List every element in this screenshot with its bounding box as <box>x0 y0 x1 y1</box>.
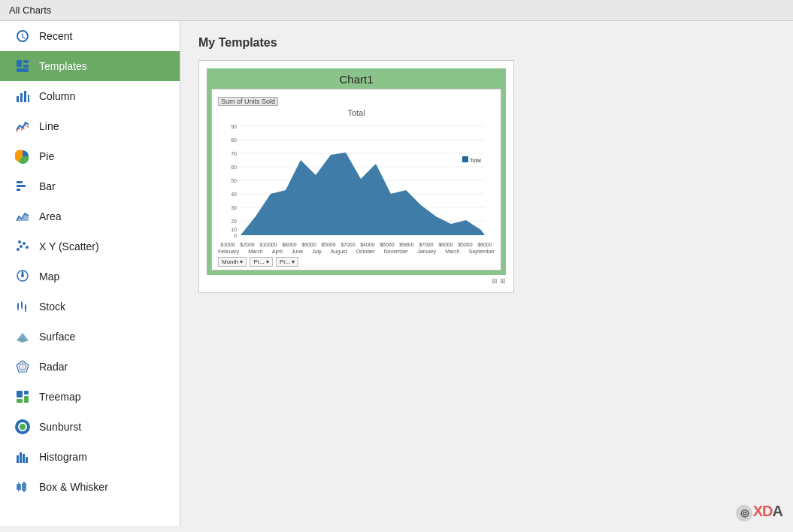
svg-rect-34 <box>17 391 23 397</box>
watermark-circle: ◎ <box>736 505 752 521</box>
svg-point-12 <box>17 248 20 251</box>
template-card[interactable]: Chart1 Sum of Units Sold Total <box>198 60 514 293</box>
svg-text:30: 30 <box>231 205 237 210</box>
sidebar-label-line: Line <box>39 120 59 132</box>
radar-icon <box>12 358 33 375</box>
surface-icon <box>12 328 33 345</box>
svg-rect-40 <box>17 455 19 463</box>
chart-title: Chart1 <box>211 73 501 86</box>
svg-rect-7 <box>28 95 29 102</box>
svg-point-18 <box>21 274 24 277</box>
svg-point-15 <box>26 246 29 249</box>
sidebar-item-recent[interactable]: Recent <box>0 21 180 51</box>
template-chart-wrapper: Chart1 Sum of Units Sold Total <box>207 68 506 275</box>
svg-rect-1 <box>23 60 29 63</box>
filter-pr2-button[interactable]: Pr... ▾ <box>276 257 298 267</box>
svg-rect-0 <box>17 60 22 67</box>
svg-marker-25 <box>17 333 29 343</box>
watermark-a: A <box>773 503 782 519</box>
sidebar-item-box-whisker[interactable]: Box & Whisker <box>0 472 180 502</box>
chart-subtitle: Total <box>218 108 495 117</box>
sidebar-label-map: Map <box>39 271 59 283</box>
svg-point-14 <box>23 242 26 245</box>
chart-svg: 90 80 70 60 50 40 30 20 10 0 <box>218 119 496 239</box>
sidebar-label-recent: Recent <box>39 30 72 42</box>
svg-text:Total: Total <box>470 158 481 163</box>
sidebar-label-radar: Radar <box>39 361 68 373</box>
expand-icons: ⊞ ⊞ <box>207 277 506 285</box>
svg-text:40: 40 <box>231 192 237 197</box>
svg-rect-8 <box>17 181 23 183</box>
svg-rect-41 <box>20 452 22 463</box>
column-icon <box>12 88 33 104</box>
svg-rect-69 <box>462 156 468 162</box>
chart-x-labels: $1000 $2000 $10000 $8000 $9000 $5000 $70… <box>218 242 495 247</box>
content-area: My Templates Chart1 Sum of Units Sold To… <box>180 21 793 526</box>
svg-text:0: 0 <box>234 233 237 238</box>
sidebar-item-bar[interactable]: Bar <box>0 171 180 201</box>
chart-filter-row: Month ▾ Pr... ▾ Pr... ▾ <box>218 257 495 267</box>
sidebar: RecentTemplatesColumnLinePieBarAreaX Y (… <box>0 21 180 526</box>
filter-pr1-button[interactable]: Pr... ▾ <box>250 257 272 267</box>
line-icon <box>12 118 33 135</box>
sidebar-item-templates[interactable]: Templates <box>0 51 180 81</box>
sidebar-item-stock[interactable]: Stock <box>0 292 180 322</box>
sidebar-label-sunburst: Sunburst <box>39 421 81 433</box>
sidebar-item-line[interactable]: Line <box>0 111 180 141</box>
svg-rect-10 <box>17 189 20 191</box>
svg-text:60: 60 <box>231 165 237 170</box>
svg-rect-3 <box>23 65 29 68</box>
sidebar-item-xy-scatter[interactable]: X Y (Scatter) <box>0 231 180 261</box>
svg-rect-5 <box>20 93 23 102</box>
area-icon <box>12 208 33 225</box>
svg-rect-22 <box>21 303 23 307</box>
sidebar-label-bar: Bar <box>39 180 56 192</box>
svg-rect-35 <box>24 391 29 394</box>
filter-month-button[interactable]: Month ▾ <box>218 257 247 267</box>
svg-text:20: 20 <box>231 219 237 224</box>
svg-text:50: 50 <box>231 178 237 183</box>
sidebar-label-area: Area <box>39 210 62 222</box>
svg-rect-20 <box>17 304 19 308</box>
box-whisker-icon <box>12 479 33 495</box>
svg-rect-37 <box>17 399 23 403</box>
chart-svg-container: 90 80 70 60 50 40 30 20 10 0 <box>218 119 495 241</box>
svg-rect-2 <box>17 68 29 72</box>
sidebar-item-surface[interactable]: Surface <box>0 322 180 352</box>
sidebar-item-column[interactable]: Column <box>0 81 180 111</box>
sidebar-item-histogram[interactable]: Histogram <box>0 442 180 472</box>
svg-text:10: 10 <box>231 227 237 232</box>
sidebar-label-box-whisker: Box & Whisker <box>39 481 108 493</box>
top-bar: All Charts <box>0 0 793 21</box>
sidebar-item-sunburst[interactable]: Sunburst <box>0 412 180 442</box>
watermark-x: X <box>753 503 762 519</box>
sidebar-label-histogram: Histogram <box>39 451 87 463</box>
sunburst-icon <box>12 419 33 435</box>
svg-rect-9 <box>17 185 26 187</box>
svg-point-13 <box>20 245 23 248</box>
sidebar-item-pie[interactable]: Pie <box>0 141 180 171</box>
watermark: ◎XDA <box>736 503 782 521</box>
bar-icon <box>12 178 33 195</box>
sidebar-label-xy-scatter: X Y (Scatter) <box>39 240 99 252</box>
treemap-icon <box>12 388 33 405</box>
svg-text:70: 70 <box>231 151 237 156</box>
sidebar-item-treemap[interactable]: Treemap <box>0 382 180 412</box>
sidebar-item-area[interactable]: Area <box>0 201 180 231</box>
sidebar-item-map[interactable]: Map <box>0 261 180 292</box>
svg-rect-24 <box>25 306 26 310</box>
histogram-icon <box>12 449 33 465</box>
sidebar-item-radar[interactable]: Radar <box>0 352 180 382</box>
svg-rect-36 <box>24 396 29 403</box>
svg-text:90: 90 <box>231 124 237 129</box>
top-bar-label: All Charts <box>9 5 51 16</box>
sidebar-label-stock: Stock <box>39 301 65 313</box>
chart-tag: Sum of Units Sold <box>218 97 278 106</box>
sidebar-label-treemap: Treemap <box>39 391 81 403</box>
pie-icon <box>12 148 33 165</box>
map-icon <box>12 268 33 285</box>
scatter-icon <box>12 238 33 255</box>
sidebar-label-pie: Pie <box>39 150 54 162</box>
watermark-d: D <box>762 503 772 519</box>
recent-icon <box>12 28 33 44</box>
